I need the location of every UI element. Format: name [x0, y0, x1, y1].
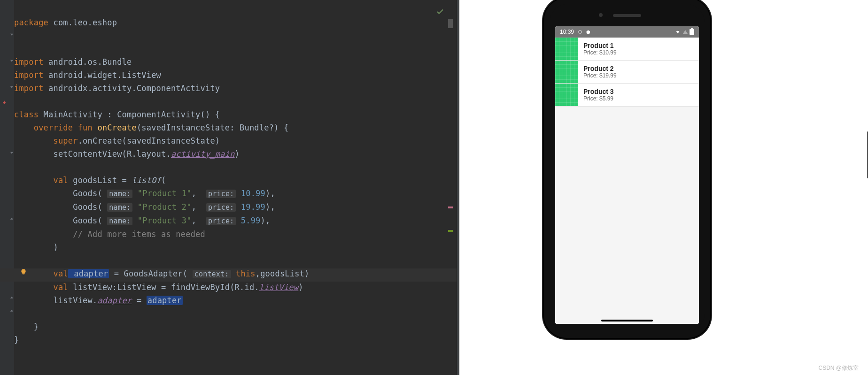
fn-oncreate: onCreate	[97, 123, 136, 132]
comment-add-more: // Add more items as needed	[73, 230, 205, 239]
goodslist-var: goodsList =	[68, 176, 132, 185]
list-item-sub: Price: $5.99	[583, 95, 614, 102]
status-bar-right	[674, 29, 694, 35]
device-frame-inner: 10:39 ⬢ Product 1	[550, 4, 705, 332]
setcontent: setContentView(R.layout.	[14, 149, 171, 159]
status-bar: 10:39 ⬢	[555, 26, 699, 38]
package-name: com.leo.eshop	[48, 18, 117, 27]
kw-val: val	[53, 269, 68, 278]
fold-icon[interactable]	[9, 33, 14, 38]
kw-override: override	[34, 123, 73, 132]
lv-adapter-prop: adapter	[97, 296, 132, 305]
kw-fun: fun	[78, 123, 93, 132]
listof-open: (	[161, 176, 166, 185]
hint-name: name:	[107, 217, 132, 225]
goods-ctor: Goods(	[73, 202, 102, 212]
intention-bulb-icon[interactable]	[20, 268, 27, 276]
listof-call: listOf	[132, 176, 161, 185]
activity-main-ref: activity_main	[171, 149, 235, 159]
class-decl: MainActivity : ComponentActivity() {	[39, 110, 220, 119]
goods-ctor: Goods(	[73, 216, 102, 225]
adapter-eq: = GoodsAdapter(	[109, 269, 187, 278]
list-item-title: Product 1	[583, 42, 617, 49]
p1-price: 10.99	[241, 189, 265, 198]
super-call: .onCreate(savedInstanceState)	[78, 136, 220, 145]
list-item-title: Product 3	[583, 88, 614, 95]
p1-name: "Product 1"	[138, 189, 192, 198]
kw-class: class	[14, 110, 39, 119]
device-frame: 10:39 ⬢ Product 1	[544, 0, 710, 338]
list-item[interactable]: Product 3 Price: $5.99	[555, 84, 699, 107]
fold-icon[interactable]	[9, 296, 14, 300]
kw-package: package	[14, 18, 48, 27]
import-2: android.widget.ListView	[44, 70, 161, 80]
device-screen[interactable]: 10:39 ⬢ Product 1	[555, 26, 699, 324]
svg-point-0	[579, 31, 582, 34]
code-content[interactable]: package com.leo.eshop import android.os.…	[14, 3, 442, 360]
watermark-text: CSDN @修炼室	[818, 364, 859, 372]
goods-close: ),	[265, 202, 275, 212]
status-time: 10:39	[560, 29, 574, 35]
debug-icon: ⬢	[586, 30, 590, 35]
fold-icon[interactable]	[9, 217, 14, 222]
fold-icon[interactable]	[9, 59, 14, 64]
lv-adapter-ref: adapter	[147, 296, 183, 305]
override-gutter-icon[interactable]	[2, 99, 7, 106]
kw-this: this	[236, 269, 256, 278]
fold-icon[interactable]	[9, 151, 14, 156]
p2-name: "Product 2"	[138, 202, 192, 212]
p2-price: 19.99	[241, 202, 265, 212]
battery-icon	[690, 29, 694, 35]
setcontent-close: )	[235, 149, 240, 159]
stripe-mark[interactable]	[448, 230, 453, 232]
hint-name: name:	[107, 203, 132, 212]
stripe-mark[interactable]	[448, 207, 453, 208]
hint-price: price:	[206, 190, 236, 198]
kw-import: import	[14, 57, 44, 67]
hint-price: price:	[206, 217, 236, 225]
list-item[interactable]: Product 2 Price: $19.99	[555, 61, 699, 84]
lv-assign-a: listView.	[53, 296, 97, 305]
goods-close: ),	[265, 189, 275, 198]
status-bar-left: 10:39 ⬢	[560, 29, 590, 35]
fold-icon[interactable]	[9, 85, 14, 90]
stripe-mark[interactable]	[448, 19, 453, 28]
oncreate-params: (savedInstanceState: Bundle?) {	[137, 123, 288, 132]
fold-icon[interactable]	[9, 309, 14, 314]
gutter[interactable]	[0, 0, 14, 375]
list-item-sub: Price: $10.99	[583, 49, 617, 56]
listview-decl: listView:ListView = findViewById(R.id.	[68, 283, 259, 292]
gesture-nav-bar[interactable]	[555, 317, 699, 324]
speaker-icon	[613, 14, 641, 17]
error-stripe-track[interactable]	[448, 0, 453, 375]
listview-decl-close: )	[298, 283, 303, 292]
product-thumb-icon	[555, 84, 578, 106]
root: package com.leo.eshop import android.os.…	[0, 0, 868, 375]
signal-icon	[683, 30, 688, 34]
list-item-texts: Product 1 Price: $10.99	[583, 42, 617, 56]
lv-assign-eq: =	[132, 296, 146, 305]
list-item-title: Product 2	[583, 65, 617, 72]
wifi-icon	[674, 30, 681, 34]
kw-val: val	[53, 283, 68, 292]
listview-id: listView	[259, 283, 298, 292]
adapter-var: adapter	[68, 269, 109, 278]
kw-import: import	[14, 70, 44, 80]
list-item[interactable]: Product 1 Price: $10.99	[555, 38, 699, 61]
import-1: android.os.Bundle	[44, 57, 132, 67]
kw-super: super	[53, 136, 78, 145]
brace-close-1: }	[34, 322, 39, 331]
nav-pill[interactable]	[601, 320, 653, 321]
emulator-preview-panel: 10:39 ⬢ Product 1	[459, 0, 868, 375]
hint-name: name:	[107, 190, 132, 198]
p3-name: "Product 3"	[138, 216, 192, 225]
camera-dot-icon	[599, 13, 603, 17]
p3-price: 5.99	[241, 216, 261, 225]
adapter-tail: ,goodsList)	[256, 269, 310, 278]
clock-icon	[577, 30, 583, 34]
brace-close-2: }	[14, 335, 19, 344]
import-3: androidx.activity.ComponentActivity	[44, 84, 220, 93]
product-thumb-icon	[555, 38, 578, 60]
code-editor[interactable]: package com.leo.eshop import android.os.…	[0, 0, 457, 375]
hint-price: price:	[206, 203, 236, 212]
